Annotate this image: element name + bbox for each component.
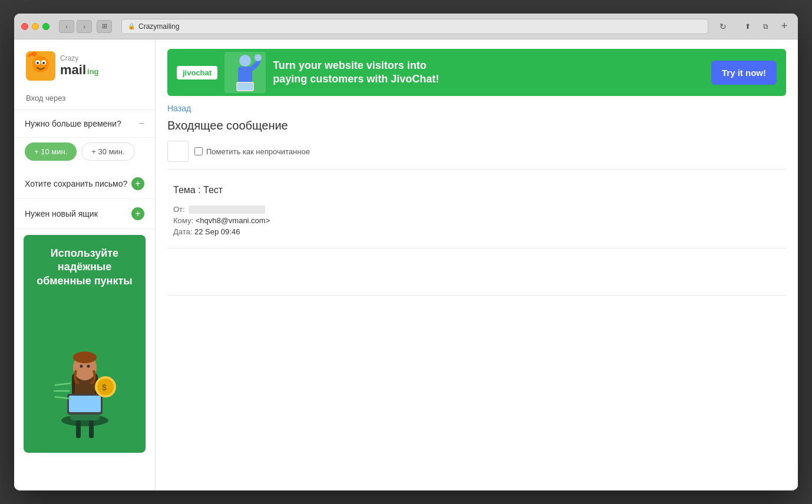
maximize-button[interactable] <box>42 23 49 30</box>
logo-mascot-icon <box>26 51 55 81</box>
svg-text:$: $ <box>102 383 107 392</box>
save-letter-item[interactable]: Хотите сохранить письмо? + <box>14 169 155 199</box>
sidebar-advertisement: Используйте надёжные обменные пункты <box>24 235 146 453</box>
sidebar: Crazy mail ing Вход через Нужно больше в… <box>14 39 156 490</box>
jivochat-logo: jivochat <box>177 66 217 79</box>
new-box-label: Нужен новый ящик <box>25 209 98 218</box>
svg-line-21 <box>55 383 70 385</box>
minus-icon: − <box>139 118 144 129</box>
svg-point-1 <box>32 56 49 72</box>
email-avatar <box>167 141 189 162</box>
nav-buttons: ‹ › <box>59 20 92 33</box>
close-button[interactable] <box>21 23 28 30</box>
tab-grid-button[interactable]: ⊞ <box>97 20 112 33</box>
svg-rect-28 <box>237 83 253 90</box>
add-30min-button[interactable]: + 30 мин. <box>81 142 134 161</box>
plus-icon: + <box>781 20 788 32</box>
browser-window: ‹ › ⊞ 🔒 Crazymailing ↻ ⬆ ⧉ + <box>14 14 798 490</box>
share-icon: ⬆ <box>745 22 751 31</box>
save-letter-label: Хотите сохранить письмо? <box>25 179 127 188</box>
refresh-icon: ↻ <box>719 22 727 31</box>
jivochat-tagline: Turn your website visitors intopaying cu… <box>273 59 704 87</box>
tab-grid-icon: ⊞ <box>102 22 107 30</box>
to-label: Кому: <box>173 216 193 225</box>
new-tab-button[interactable]: ⧉ <box>758 20 773 33</box>
main-area: jivochat Turn y <box>156 39 798 490</box>
email-date-row: Дата: 22 Sep 09:46 <box>173 227 786 236</box>
jivochat-figure <box>225 52 266 93</box>
logo-ing-label: ing <box>87 68 99 76</box>
svg-point-24 <box>239 55 251 67</box>
add-tab-button[interactable]: + <box>778 20 791 33</box>
logo-icon <box>26 51 55 81</box>
chevron-left-icon: ‹ <box>65 23 68 30</box>
refresh-button[interactable]: ↻ <box>715 20 731 33</box>
traffic-lights <box>21 23 49 30</box>
minimize-button[interactable] <box>32 23 39 30</box>
email-detail-card: Тема : Тест От: Кому: <hqvh8@vmani.com> … <box>167 179 786 248</box>
forward-nav-button[interactable]: › <box>77 20 92 33</box>
address-bar[interactable]: 🔒 Crazymailing <box>121 19 708 34</box>
subject-value: Тест <box>203 185 223 195</box>
back-link[interactable]: Назад <box>167 104 191 113</box>
email-meta: От: Кому: <hqvh8@vmani.com> Дата: 22 Sep… <box>167 205 786 236</box>
logo-mail-label: mail <box>60 63 86 77</box>
need-more-time-label: Нужно больше времени? <box>25 119 121 128</box>
sidebar-ad-text: Используйте надёжные обменные пункты <box>33 247 136 288</box>
to-address: <hqvh8@vmani.com> <box>196 216 270 225</box>
date-label: Дата: <box>173 227 192 236</box>
mark-unread-checkbox[interactable] <box>194 147 203 155</box>
toolbar-right: ⬆ ⧉ <box>740 20 773 33</box>
inbox-title: Входящее сообщение <box>167 119 786 132</box>
share-button[interactable]: ⬆ <box>740 20 755 33</box>
login-via-section: Вход через <box>14 90 155 110</box>
try-it-now-button[interactable]: Try it now! <box>711 61 777 85</box>
svg-rect-17 <box>69 396 101 412</box>
svg-point-4 <box>37 62 39 64</box>
add-10min-button[interactable]: + 10 мин. <box>25 142 77 161</box>
logo-area: Crazy mail ing <box>14 39 155 90</box>
jivochat-person-illustration <box>227 54 263 92</box>
need-more-time-item[interactable]: Нужно больше времени? − <box>14 110 155 138</box>
login-via-label: Вход через <box>26 94 65 102</box>
exchange-man-illustration: $ <box>38 311 132 441</box>
lock-icon: 🔒 <box>128 23 135 29</box>
svg-rect-8 <box>76 420 81 438</box>
sidebar-ad-figure: $ <box>33 300 136 441</box>
need-more-time-section: Нужно больше времени? − + 10 мин. + 30 м… <box>14 110 155 169</box>
new-tab-icon: ⧉ <box>763 22 768 31</box>
svg-point-13 <box>73 352 97 363</box>
title-bar: ‹ › ⊞ 🔒 Crazymailing ↻ ⬆ ⧉ + <box>14 14 798 39</box>
from-address-redacted <box>189 205 265 214</box>
email-toolbar: Пометить как непрочитанное <box>167 141 786 170</box>
from-label: От: <box>173 205 185 214</box>
svg-rect-9 <box>89 420 94 438</box>
url-text: Crazymailing <box>138 22 179 31</box>
date-value: 22 Sep 09:46 <box>194 227 240 236</box>
back-nav-button[interactable]: ‹ <box>59 20 74 33</box>
email-subject: Тема : Тест <box>167 185 786 195</box>
save-letter-plus-icon: + <box>131 177 144 190</box>
mark-unread-text: Пометить как непрочитанное <box>206 147 310 156</box>
new-box-plus-icon: + <box>131 207 144 220</box>
chevron-right-icon: › <box>83 23 85 30</box>
svg-point-14 <box>80 365 82 368</box>
svg-point-5 <box>42 62 45 64</box>
mark-unread-label[interactable]: Пометить как непрочитанное <box>194 147 310 156</box>
time-buttons-group: + 10 мин. + 30 мин. <box>14 138 155 169</box>
svg-point-15 <box>87 365 90 368</box>
jivochat-banner: jivochat Turn y <box>167 49 786 96</box>
subject-prefix: Тема : <box>173 185 203 195</box>
email-to-row: Кому: <hqvh8@vmani.com> <box>173 216 786 225</box>
browser-content: Crazy mail ing Вход через Нужно больше в… <box>14 39 798 490</box>
new-box-item[interactable]: Нужен новый ящик + <box>14 199 155 229</box>
email-content-area: Назад Входящее сообщение Пометить как не… <box>156 103 798 490</box>
logo-crazy-label: Crazy <box>60 55 99 62</box>
logo-text: Crazy mail ing <box>60 55 99 77</box>
svg-point-26 <box>255 54 262 61</box>
email-body <box>167 248 786 296</box>
email-from-row: От: <box>173 205 786 214</box>
